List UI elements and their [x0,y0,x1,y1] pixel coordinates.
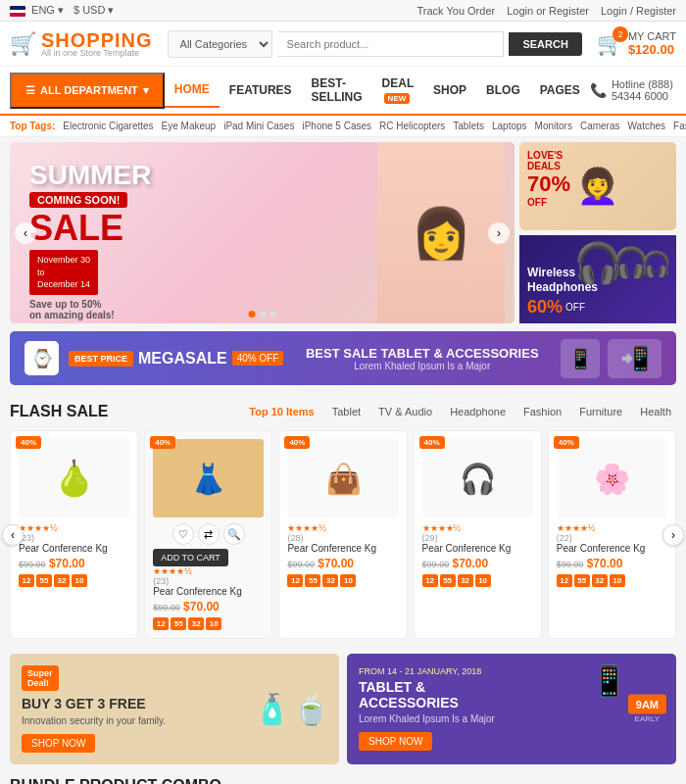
mega-center-text: BEST SALE TABLET & ACCESSORIES Lorem Kha… [306,346,539,371]
tag-monitors[interactable]: Monitors [535,121,572,131]
price-old-1: $99.00 [19,560,46,569]
mega-center-title: BEST SALE TABLET & ACCESSORIES [306,346,539,361]
track-order-link[interactable]: Track You Order [416,5,495,17]
cart-price: $120.00 [628,42,676,57]
mega-center-sub: Lorem Khaled Ipsum Is a Major [306,361,539,371]
tab-health[interactable]: Health [635,404,676,419]
tablet-icon: 📱 [591,663,627,698]
mega-text: BEST PRICE MEGASALE 40% OFF [69,350,283,368]
headphone-icon-3: 🎧 [641,250,671,286]
tag-iphone[interactable]: iPhone 5 Cases [302,121,371,131]
search-button[interactable]: SEARCH [509,32,581,56]
products-prev-button[interactable]: ‹ [2,524,24,546]
promo-left-content: SuperDeal! BUY 3 GET 3 FREE Innovation s… [22,665,166,753]
super-deal-badge: SuperDeal! [22,665,59,691]
hero-dot-2[interactable] [259,311,266,318]
tag-eye-makeup[interactable]: Eye Makeup [162,121,217,131]
wishlist-btn-2[interactable]: ♡ [172,523,194,545]
stars-2: ★★★★½ [153,566,264,576]
hero-next-button[interactable]: › [488,222,510,244]
hero-save-text: Save up to 50%on amazing deals! [29,299,151,320]
product-badge-3: 40% [284,436,310,449]
products-next-button[interactable]: › [662,524,684,546]
compare-btn-2[interactable]: ⇄ [198,523,220,545]
hero-dots [248,311,276,318]
tab-tablet[interactable]: Tablet [327,404,366,419]
mega-sale-title: MEGASALE [138,350,227,368]
countdown-4: 12 55 32 10 [422,574,533,587]
product-name-5: Pear Conference Kg [557,543,667,554]
stars-5: ★★★★½ [557,523,667,533]
review-count-3: (28) [287,533,398,543]
cart-label: MY CART [628,30,676,42]
tab-fashion[interactable]: Fashion [518,404,566,419]
flag-icon [10,6,25,17]
add-to-cart-button-2[interactable]: ADD TO CART [153,549,228,566]
countdown-min-5: 55 [574,574,590,587]
hero-model-image: 👩 [377,142,505,323]
nav-link-features[interactable]: FEATURES [220,74,302,107]
tag-tablets[interactable]: Tablets [453,121,484,131]
login-register-link-2[interactable]: Login / Register [601,5,676,17]
currency-selector[interactable]: $ USD ▾ [74,4,114,17]
tag-ipad[interactable]: iPad Mini Cases [223,121,294,131]
hero-dot-1[interactable] [248,311,255,318]
tab-furniture[interactable]: Furniture [574,404,627,419]
promo-left-banner: SuperDeal! BUY 3 GET 3 FREE Innovation s… [10,654,339,764]
product-card-3: 40% 👜 ★★★★½ (28) Pear Conference Kg $99.… [278,430,407,639]
promo-right-content: FROM 14 - 21 JANUARY, 2018 TABLET &ACCES… [359,666,495,751]
hero-right-top-panel: 👩‍🦱 LOVE'SDEALS 70% OFF [519,142,676,230]
tag-laptops[interactable]: Laptops [492,121,527,131]
tag-fashions[interactable]: Fashions [673,121,686,131]
tag-rc[interactable]: RC Helicopters [379,121,445,131]
cart-icon-wrap: 🛒 2 [597,31,623,57]
nav-link-pages[interactable]: PAGES [530,74,590,107]
flash-sale-header: FLASH SALE Top 10 Items Tablet TV & Audi… [10,403,676,420]
countdown-min-4: 55 [440,574,456,587]
hero-prev-button[interactable]: ‹ [15,222,36,244]
products-row: ‹ 40% 🍐 ★★★★½ (23) Pear Conference Kg $9… [10,430,676,639]
hero-content: SUMMER COMING SOON! SALE November 30toDe… [29,162,151,320]
nav-link-home[interactable]: HOME [165,73,220,108]
quickview-btn-2[interactable]: 🔍 [223,523,245,545]
hero-dot-3[interactable] [270,311,276,318]
headphones-percent: 60% [527,297,563,318]
promo-product-icon-2: 🍵 [293,692,329,726]
logo-sub: All in one Store Template [41,48,153,58]
nav-bar: ☰ ALL DEPARTMENT ▾ HOME FEATURES BEST-SE… [0,67,686,116]
tag-watches[interactable]: Watches [628,121,666,131]
price-row-3: $99.00 $70.00 [287,557,398,570]
category-select[interactable]: All Categories [168,30,272,58]
nav-link-deal[interactable]: DEAL NEW [372,67,423,114]
product-badge-5: 40% [554,436,579,449]
currency-label: USD [82,4,105,16]
tag-electronic[interactable]: Electronic Cigarettes [63,121,153,131]
headphones-off: OFF [565,302,585,313]
price-old-5: $99.00 [557,560,584,569]
nav-link-blog[interactable]: BLOG [476,74,530,107]
promo-right-shop-now[interactable]: SHOP NOW [359,732,432,751]
price-old-3: $99.00 [287,560,315,569]
headphone-icon: 🎧 [460,462,496,496]
tab-tv-audio[interactable]: TV & Audio [373,404,437,419]
search-input[interactable] [277,31,505,57]
countdown-ms-5: 10 [610,574,625,587]
cart-area[interactable]: 🛒 2 MY CART $120.00 [597,30,676,57]
product-badge-4: 40% [419,436,445,449]
mega-badge: BEST PRICE [69,351,133,367]
department-button[interactable]: ☰ ALL DEPARTMENT ▾ [10,73,165,109]
login-register-link[interactable]: Login or Register [507,5,589,17]
promo-left-shop-now[interactable]: SHOP NOW [22,734,95,753]
nav-link-shop[interactable]: SHOP [423,74,476,107]
promo-right-date: FROM 14 - 21 JANUARY, 2018 [359,666,495,676]
tab-top10[interactable]: Top 10 Items [244,404,318,419]
nav-link-bestselling[interactable]: BEST-SELLING [302,67,372,114]
tag-cameras[interactable]: Cameras [580,121,620,131]
price-new-4: $70.00 [452,557,488,570]
wireless-headphones-title: WirelessHeadphones [527,266,598,294]
countdown-sec-2: 32 [188,617,204,630]
hero-date-range: November 30toDecember 14 [29,250,98,295]
countdown-hours-2: 12 [153,617,169,630]
tab-headphone[interactable]: Headphone [445,404,511,419]
language-selector[interactable]: ENG ▾ [10,4,64,17]
